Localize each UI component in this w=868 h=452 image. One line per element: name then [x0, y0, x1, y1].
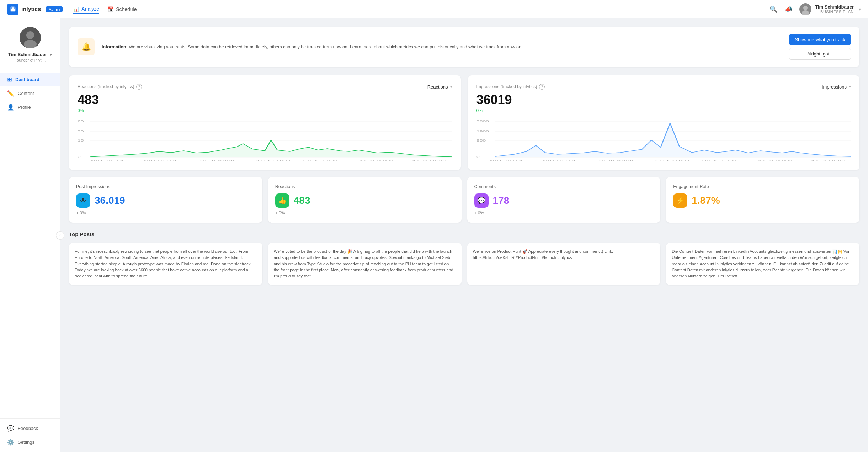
- post-text-2: We're voted to be the product of the day…: [274, 249, 453, 278]
- nav-analyze[interactable]: 📊 Analyze: [73, 5, 99, 14]
- navbar-user-plan: BUSINESS PLAN: [815, 10, 854, 14]
- sidebar-item-dashboard[interactable]: ⊞ Dashboard: [0, 73, 60, 86]
- show-track-button[interactable]: Show me what you track: [789, 34, 851, 45]
- stat-icon-engagement: ⚡: [673, 193, 687, 208]
- svg-text:2021-09-10 00:00: 2021-09-10 00:00: [411, 159, 446, 161]
- user-dropdown-icon[interactable]: ▾: [859, 7, 861, 12]
- post-card-1: For me, it's indescribably rewarding to …: [69, 243, 262, 285]
- schedule-icon: 📅: [108, 6, 114, 12]
- reactions-type-text: Reactions: [427, 84, 448, 90]
- stat-num-engagement: 1.87%: [692, 195, 720, 206]
- impressions-type-text: Impressions: [822, 84, 847, 90]
- post-text-4: Die Content-Daten von mehreren LinkedIn …: [672, 249, 850, 278]
- post-text-1: For me, it's indescribably rewarding to …: [75, 249, 252, 278]
- svg-text:0: 0: [78, 155, 81, 159]
- dashboard-icon: ⊞: [7, 76, 12, 83]
- impressions-chart-area: 3800 1900 950 0 2021-01-07 12:00 2021-02: [476, 119, 851, 161]
- sidebar-user-role: Founder of inlyti...: [15, 58, 46, 62]
- notification-icon[interactable]: 📣: [784, 5, 792, 13]
- stat-pct-impressions: + 0%: [76, 211, 255, 216]
- svg-text:950: 950: [476, 139, 486, 142]
- info-bell-icon: 🔔: [81, 42, 91, 52]
- impressions-chart-type: Impressions ▾: [822, 84, 851, 90]
- stat-icon-comments: 💬: [474, 193, 489, 208]
- svg-point-9: [24, 40, 37, 48]
- sidebar-item-feedback[interactable]: 💬 Feedback: [0, 421, 60, 435]
- sidebar-item-label-content: Content: [18, 91, 34, 96]
- svg-text:2021-01-07 12:00: 2021-01-07 12:00: [489, 159, 524, 161]
- nav-schedule[interactable]: 📅 Schedule: [108, 5, 137, 14]
- svg-text:2021-01-07 12:00: 2021-01-07 12:00: [90, 159, 125, 161]
- thumbsup-icon: 👍: [278, 197, 286, 204]
- svg-point-6: [802, 10, 809, 15]
- search-icon[interactable]: 🔍: [770, 5, 777, 13]
- reactions-dropdown-icon[interactable]: ▾: [450, 85, 452, 89]
- main-content: 🔔 Information: We are visualizing your s…: [60, 18, 868, 452]
- navbar-logo[interactable]: inlytics Admin: [7, 4, 63, 15]
- navbar-brand: inlytics: [21, 6, 41, 12]
- comment-icon: 💬: [478, 197, 485, 204]
- info-label: Information:: [102, 44, 128, 49]
- navbar-logo-icon: [7, 4, 18, 15]
- navbar-nav: 📊 Analyze 📅 Schedule: [73, 5, 137, 14]
- posts-grid: For me, it's indescribably rewarding to …: [69, 243, 859, 285]
- stat-num-impressions: 36.019: [95, 195, 125, 206]
- navbar-right: 🔍 📣 Tim Schmidbauer BUSINESS PLAN ▾: [770, 3, 861, 15]
- alright-button[interactable]: Alright, got it: [789, 48, 851, 60]
- svg-text:2021-06-12 13:30: 2021-06-12 13:30: [701, 159, 736, 161]
- sidebar-dropdown-icon[interactable]: ▾: [50, 52, 52, 57]
- reactions-pct: 0%: [78, 108, 452, 113]
- stat-title-reactions: Reactions: [275, 184, 454, 189]
- navbar-user-info: Tim Schmidbauer BUSINESS PLAN: [815, 4, 854, 14]
- stat-value-row-comments: 💬 178: [474, 193, 654, 208]
- svg-text:2021-05-06 13:30: 2021-05-06 13:30: [654, 159, 689, 161]
- stat-value-row-impressions: 👁 36.019: [76, 193, 255, 208]
- info-description: We are visualizing your stats. Some data…: [129, 44, 522, 49]
- svg-point-5: [803, 6, 808, 10]
- info-buttons: Show me what you track Alright, got it: [789, 34, 851, 60]
- navbar-user[interactable]: Tim Schmidbauer BUSINESS PLAN ▾: [799, 3, 861, 15]
- eye-icon: 👁: [80, 197, 86, 204]
- stat-title-comments: Comments: [474, 184, 654, 189]
- charts-row: Reactions (tracked by inlytics) ? Reacti…: [69, 75, 859, 170]
- analyze-label: Analyze: [81, 6, 99, 12]
- sidebar-item-content[interactable]: ✏️ Content: [0, 86, 60, 100]
- reactions-label-text: Reactions (tracked by inlytics): [78, 84, 134, 89]
- top-posts-title: Top Posts: [69, 231, 859, 237]
- reactions-chart-header: Reactions (tracked by inlytics) ? Reacti…: [78, 84, 452, 90]
- sidebar-item-profile[interactable]: 👤 Profile: [0, 100, 60, 114]
- reactions-chart-area: 60 30 15 0 2021-01-07 12:00 2021-02-15 1: [78, 119, 452, 161]
- info-text: Information: We are visualizing your sta…: [102, 44, 782, 50]
- impressions-label-text: Impressions (tracked by inlytics): [476, 84, 537, 89]
- svg-text:2021-03-28 06:00: 2021-03-28 06:00: [199, 159, 234, 161]
- reactions-chart-type: Reactions ▾: [427, 84, 452, 90]
- sidebar-avatar: [20, 27, 41, 48]
- stat-pct-comments: + 0%: [474, 211, 654, 216]
- feedback-icon: 💬: [7, 425, 14, 432]
- impressions-info-icon[interactable]: ?: [539, 84, 545, 90]
- stat-card-post-impressions: Post Impressions 👁 36.019 + 0%: [69, 177, 262, 223]
- stat-icon-reactions: 👍: [275, 193, 289, 208]
- sidebar-nav: ⊞ Dashboard ✏️ Content 👤 Profile: [0, 68, 60, 418]
- reactions-info-icon[interactable]: ?: [136, 84, 142, 90]
- svg-text:2021-02-15 12:00: 2021-02-15 12:00: [542, 159, 577, 161]
- info-banner: 🔔 Information: We are visualizing your s…: [69, 27, 859, 67]
- sidebar-item-label-settings: Settings: [18, 440, 34, 445]
- sidebar-item-settings[interactable]: ⚙️ Settings: [0, 435, 60, 449]
- impressions-chart-label: Impressions (tracked by inlytics) ?: [476, 84, 545, 90]
- svg-text:30: 30: [78, 129, 84, 133]
- stat-value-row-engagement: ⚡ 1.87%: [673, 193, 852, 208]
- sidebar-profile: Tim Schmidbauer ▾ Founder of inlyti...: [0, 18, 60, 68]
- sidebar-item-label-feedback: Feedback: [18, 426, 38, 431]
- svg-rect-3: [14, 9, 15, 11]
- svg-marker-18: [90, 140, 452, 157]
- sidebar: Tim Schmidbauer ▾ Founder of inlyti... ⊞…: [0, 18, 60, 452]
- svg-rect-1: [11, 9, 12, 11]
- svg-text:0: 0: [476, 155, 480, 159]
- sidebar-collapse-button[interactable]: ‹: [56, 231, 64, 240]
- content-icon: ✏️: [7, 90, 14, 97]
- reactions-chart-label: Reactions (tracked by inlytics) ?: [78, 84, 142, 90]
- impressions-dropdown-icon[interactable]: ▾: [849, 85, 851, 89]
- post-card-2: We're voted to be the product of the day…: [268, 243, 462, 285]
- post-text-3: We're live on Product Hunt 🚀 Appreciate …: [473, 249, 613, 260]
